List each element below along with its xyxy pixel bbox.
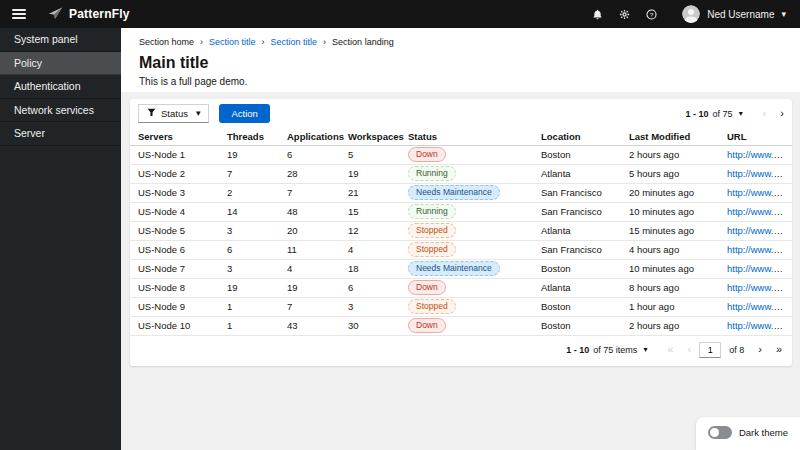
table-row: US-Node 66114StoppedSan Francisco4 hours… [130,240,792,259]
status-badge: Running [408,166,456,181]
table-row: US-Node 4144815RunningSan Francisco10 mi… [130,202,792,221]
help-question-icon[interactable]: ? [645,8,657,20]
cell-last-modified: 2 hours ago [621,316,719,335]
cell-server: US-Node 3 [130,183,219,202]
cell-location: Atlanta [533,278,621,297]
cell-url: http://www.redhat... [719,278,792,297]
status-filter-label: Status [161,108,188,119]
pagination-menu-caret-icon[interactable]: ▾ [739,109,743,118]
url-link[interactable]: http://www.redhat... [727,282,792,293]
pagination-range: 1 - 10 [686,109,709,119]
cell-workspaces: 30 [340,316,400,335]
cell-server: US-Node 7 [130,259,219,278]
cell-server: US-Node 6 [130,240,219,259]
status-badge: Needs Maintenance [408,261,500,276]
first-page-icon[interactable]: « [667,344,673,355]
cell-applications: 4 [279,259,340,278]
sidebar-nav: System panel Policy Authentication Netwo… [0,28,121,450]
url-link[interactable]: http://www.redhat... [727,244,792,255]
cell-status: Stopped [400,240,533,259]
url-link[interactable]: http://www.redhat... [727,206,792,217]
brand-logo[interactable]: PatternFly [48,5,130,24]
notifications-bell-icon[interactable] [591,8,603,20]
sidebar-item-network-services[interactable]: Network services [0,99,121,123]
cell-status: Stopped [400,297,533,316]
breadcrumb-separator-icon: › [200,37,203,47]
breadcrumb: Section home › Section title › Section t… [139,37,782,47]
user-name: Ned Username [707,9,774,20]
cell-workspaces: 3 [340,297,400,316]
page-header: Section home › Section title › Section t… [121,28,800,92]
svg-text:?: ? [650,11,654,17]
dark-theme-label: Dark theme [739,427,788,438]
breadcrumb-link[interactable]: Section title [209,37,256,47]
next-page-icon[interactable]: › [780,108,784,119]
status-badge: Down [408,280,446,295]
cell-status: Down [400,316,533,335]
url-link[interactable]: http://www.redhat... [727,320,792,331]
cell-applications: 11 [279,240,340,259]
dark-theme-toggle[interactable] [708,426,732,439]
cell-workspaces: 6 [340,278,400,297]
cell-url: http://www.redhat... [719,221,792,240]
cell-location: San Francisco [533,240,621,259]
cell-threads: 6 [219,240,279,259]
page-subtitle: This is a full page demo. [139,76,782,87]
pagination-total: of 75 items [593,345,637,355]
cell-workspaces: 12 [340,221,400,240]
cell-url: http://www.redhat... [719,202,792,221]
pagination-menu-caret-icon[interactable]: ▾ [643,345,647,354]
breadcrumb-item[interactable]: Section home [139,37,194,47]
last-page-icon[interactable]: » [776,344,782,355]
user-menu[interactable]: Ned Username ▾ [682,5,786,23]
cell-status: Needs Maintenance [400,183,533,202]
cell-server: US-Node 8 [130,278,219,297]
cell-last-modified: 20 minutes ago [621,183,719,202]
cell-last-modified: 5 hours ago [621,164,719,183]
cell-location: San Francisco [533,202,621,221]
toolbar: Status ▾ Action 1 - 10 of 75 ▾ ‹ › [130,99,792,128]
column-header: Last Modified [621,128,719,145]
sidebar-item-system-panel[interactable]: System panel [0,28,121,52]
cell-url: http://www.redhat... [719,240,792,259]
filter-funnel-icon [147,108,156,119]
cell-threads: 2 [219,183,279,202]
table-row: US-Node 32721Needs MaintenanceSan Franci… [130,183,792,202]
current-page-input[interactable] [699,342,721,358]
prev-page-icon[interactable]: ‹ [688,344,692,355]
cell-server: US-Node 4 [130,202,219,221]
url-link[interactable]: http://www.redhat... [727,187,792,198]
url-link[interactable]: http://www.redhat... [727,149,792,160]
sidebar-item-policy[interactable]: Policy [0,52,121,76]
cell-threads: 7 [219,164,279,183]
filter-caret-icon: ▾ [196,109,201,118]
url-link[interactable]: http://www.redhat... [727,263,792,274]
cell-url: http://www.redhat... [719,259,792,278]
masthead-toolbar: ? Ned Username ▾ [591,5,786,23]
sidebar-item-server[interactable]: Server [0,122,121,146]
column-header: Servers [130,128,219,145]
url-link[interactable]: http://www.redhat... [727,225,792,236]
sidebar-item-authentication[interactable]: Authentication [0,75,121,99]
breadcrumb-separator-icon: › [323,37,326,47]
cell-threads: 19 [219,145,279,164]
action-button[interactable]: Action [219,104,269,123]
column-header: Status [400,128,533,145]
masthead: PatternFly ? Ned Username ▾ [0,0,800,28]
column-header: URL [719,128,792,145]
cell-server: US-Node 5 [130,221,219,240]
settings-gear-icon[interactable] [618,8,630,20]
cell-location: Boston [533,297,621,316]
status-badge: Stopped [408,223,456,238]
pagination-range: 1 - 10 [566,345,589,355]
breadcrumb-link[interactable]: Section title [271,37,318,47]
column-header: Threads [219,128,279,145]
status-badge: Stopped [408,242,456,257]
breadcrumb-separator-icon: › [262,37,265,47]
menu-toggle-icon[interactable] [12,9,26,19]
prev-page-icon[interactable]: ‹ [763,108,767,119]
next-page-icon[interactable]: › [758,344,762,355]
url-link[interactable]: http://www.redhat... [727,301,792,312]
url-link[interactable]: http://www.redhat... [727,168,792,179]
status-filter-dropdown[interactable]: Status ▾ [138,104,209,123]
